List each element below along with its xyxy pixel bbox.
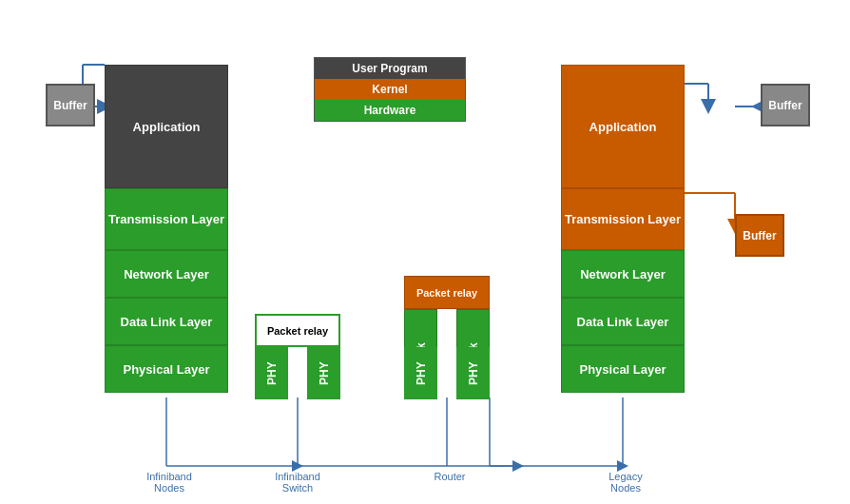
- right-buffer-middle: Buffer: [735, 214, 784, 257]
- label-infiniband-switch: InfinibandSwitch: [260, 471, 336, 494]
- legend-hardware: Hardware: [315, 100, 465, 121]
- right-stack: Application Transmission Layer Network L…: [561, 65, 685, 393]
- infiniband-phy-left: PHY: [255, 347, 288, 399]
- diagram: User Program Kernel Hardware Application…: [0, 0, 850, 504]
- left-buffer-top: Buffer: [46, 84, 95, 126]
- right-transmission-layer: Transmission Layer: [561, 188, 685, 250]
- right-datalink-layer: Data Link Layer: [561, 298, 685, 345]
- right-network-layer: Network Layer: [561, 250, 685, 298]
- label-legacy-nodes: LegacyNodes: [588, 471, 664, 494]
- router-packet-relay: Packet relay: [404, 276, 490, 309]
- left-transmission-layer: Transmission Layer: [105, 188, 228, 250]
- legend: User Program Kernel Hardware: [314, 57, 466, 122]
- left-physical-layer: Physical Layer: [105, 345, 228, 393]
- left-datalink-layer: Data Link Layer: [105, 298, 228, 345]
- label-router: Router: [421, 471, 478, 482]
- left-application-layer: Application: [105, 65, 228, 188]
- left-stack: Application Transmission Layer Network L…: [105, 65, 228, 393]
- right-physical-layer: Physical Layer: [561, 345, 685, 393]
- right-buffer-top: Buffer: [761, 84, 810, 126]
- left-network-layer: Network Layer: [105, 250, 228, 298]
- infiniband-switch-packet-relay: Packet relay: [255, 314, 340, 347]
- legend-userprogram: User Program: [315, 58, 465, 79]
- label-infiniband-nodes: InfinibandNodes: [131, 471, 207, 494]
- right-application-layer: Application: [561, 65, 685, 188]
- router-phy-right: PHY: [456, 347, 490, 399]
- router-phy-left: PHY: [404, 347, 437, 399]
- legend-kernel: Kernel: [315, 79, 465, 100]
- infiniband-phy-right: PHY: [307, 347, 340, 399]
